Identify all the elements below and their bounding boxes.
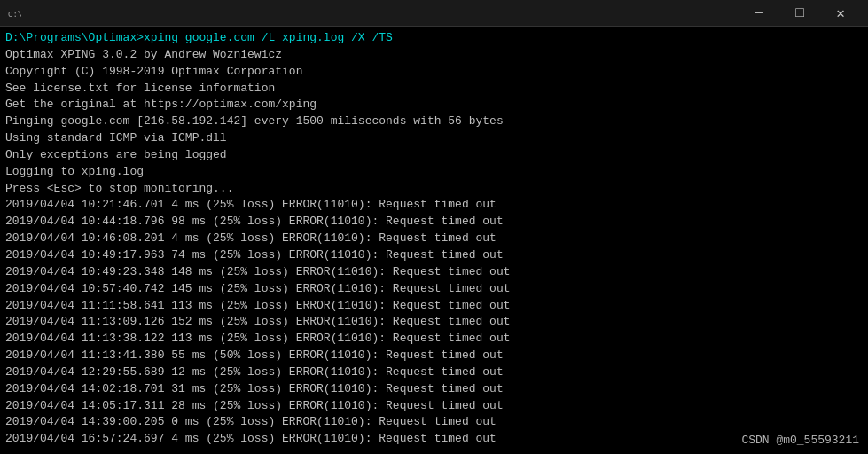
data-line: 2019/04/04 11:13:09.126 152 ms (25% loss… bbox=[5, 314, 863, 331]
header-line: Press <Esc> to stop monitoring... bbox=[5, 181, 863, 198]
data-line: 2019/04/04 10:49:17.963 74 ms (25% loss)… bbox=[5, 247, 863, 264]
close-button[interactable]: ✕ bbox=[820, 0, 861, 27]
watermark: CSDN @m0_55593211 bbox=[741, 434, 859, 447]
header-line: Optimax XPING 3.0.2 by Andrew Wozniewicz bbox=[5, 47, 863, 64]
data-line: 2019/04/04 11:13:41.380 55 ms (50% loss)… bbox=[5, 348, 863, 364]
maximize-button[interactable]: □ bbox=[779, 0, 820, 27]
svg-text:C:\: C:\ bbox=[8, 11, 21, 20]
header-line: Using standard ICMP via ICMP.dll bbox=[5, 130, 863, 147]
minimize-button[interactable]: ─ bbox=[739, 0, 779, 27]
data-line: 2019/04/04 14:39:00.205 0 ms (25% loss) … bbox=[5, 414, 863, 431]
cmd-icon: C:\ bbox=[7, 6, 21, 20]
console-output: D:\Programs\Optimax>xping google.com /L … bbox=[0, 27, 868, 454]
data-line: 2019/04/04 12:29:55.689 12 ms (25% loss)… bbox=[5, 364, 863, 381]
data-line: 2019/04/04 11:11:58.641 113 ms (25% loss… bbox=[5, 298, 863, 315]
data-line: 2019/04/04 16:57:24.697 4 ms (25% loss) … bbox=[5, 431, 863, 448]
data-line: 2019/04/04 10:44:18.796 98 ms (25% loss)… bbox=[5, 214, 863, 231]
header-line: Pinging google.com [216.58.192.142] ever… bbox=[5, 114, 863, 130]
header-line: D:\Programs\Optimax>xping google.com /L … bbox=[5, 30, 863, 47]
header-line: Copyright (C) 1998-2019 Optimax Corporat… bbox=[5, 64, 863, 81]
header-line: Logging to xping.log bbox=[5, 164, 863, 181]
data-line: 2019/04/04 10:49:23.348 148 ms (25% loss… bbox=[5, 264, 863, 281]
header-line: Only exceptions are being logged bbox=[5, 147, 863, 164]
data-line: 2019/04/04 10:46:08.201 4 ms (25% loss) … bbox=[5, 231, 863, 247]
header-line: Get the original at https://optimax.com/… bbox=[5, 97, 863, 114]
data-line: 2019/04/04 14:05:17.311 28 ms (25% loss)… bbox=[5, 398, 863, 415]
data-line: 2019/04/04 10:21:46.701 4 ms (25% loss) … bbox=[5, 197, 863, 214]
data-line: 2019/04/04 14:02:18.701 31 ms (25% loss)… bbox=[5, 381, 863, 398]
title-bar-left: C:\ bbox=[7, 6, 21, 20]
header-line: See license.txt for license information bbox=[5, 81, 863, 98]
data-line: 2019/04/04 11:13:38.122 113 ms (25% loss… bbox=[5, 331, 863, 348]
title-bar: C:\ ─ □ ✕ bbox=[0, 0, 868, 27]
window-controls: ─ □ ✕ bbox=[739, 0, 861, 27]
data-line: 2019/04/04 10:57:40.742 145 ms (25% loss… bbox=[5, 281, 863, 298]
